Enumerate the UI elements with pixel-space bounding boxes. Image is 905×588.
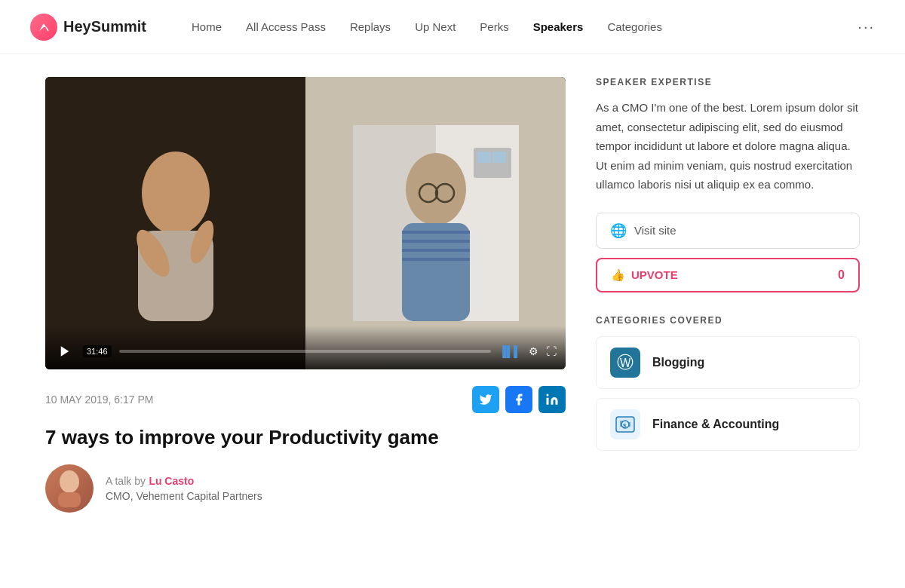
- category-card-finance[interactable]: $ Finance & Accounting: [596, 398, 860, 451]
- meta-row: 10 MAY 2019, 6:17 PM: [45, 386, 566, 413]
- share-facebook-button[interactable]: [505, 386, 532, 413]
- nav-perks[interactable]: Perks: [480, 20, 508, 33]
- logo-text: HeySummit: [63, 18, 146, 35]
- video-progress-bar[interactable]: [119, 350, 492, 353]
- svg-rect-8: [477, 152, 491, 163]
- upvote-count: 0: [838, 268, 845, 282]
- share-linkedin-button[interactable]: [538, 386, 566, 413]
- svg-rect-12: [402, 231, 470, 234]
- speaker-role: CMO, Vehement Capital Partners: [106, 490, 262, 502]
- svg-rect-9: [492, 152, 506, 163]
- nav-replays[interactable]: Replays: [350, 20, 391, 33]
- play-button[interactable]: [54, 341, 75, 362]
- expertise-section-title: SPEAKER EXPERTISE: [596, 77, 860, 87]
- expertise-description: As a CMO I'm one of the best. Lorem ipsu…: [596, 98, 860, 194]
- main-container: 31:46 ▐▌▌ ⚙ ⛶ 10 MAY 2019, 6:17 PM: [15, 54, 890, 535]
- svg-point-21: [60, 470, 79, 493]
- left-column: 31:46 ▐▌▌ ⚙ ⛶ 10 MAY 2019, 6:17 PM: [45, 77, 566, 513]
- settings-icon[interactable]: ⚙: [529, 345, 538, 357]
- upvote-button[interactable]: 👍 UPVOTE 0: [596, 258, 860, 292]
- thumbs-up-icon: 👍: [611, 268, 625, 282]
- globe-icon: 🌐: [610, 222, 627, 239]
- upvote-left: 👍 UPVOTE: [611, 268, 678, 282]
- talk-title: 7 ways to improve your Productivity game: [45, 425, 566, 451]
- speaker-avatar: [45, 464, 94, 513]
- right-column: SPEAKER EXPERTISE As a CMO I'm one of th…: [596, 77, 860, 513]
- share-twitter-button[interactable]: [472, 386, 499, 413]
- category-finance-name: Finance & Accounting: [652, 418, 779, 431]
- video-timestamp: 31:46: [83, 345, 112, 357]
- nav-home[interactable]: Home: [192, 20, 222, 33]
- talk-date: 10 MAY 2019, 6:17 PM: [45, 394, 153, 406]
- upvote-label: UPVOTE: [631, 268, 678, 281]
- video-controls: 31:46 ▐▌▌ ⚙ ⛶: [45, 326, 566, 369]
- speaker-talk-by-text: A talk by Lu Casto: [106, 474, 262, 488]
- finance-icon: $: [610, 409, 640, 439]
- visit-site-button[interactable]: 🌐 Visit site: [596, 213, 860, 249]
- logo[interactable]: HeySummit: [30, 14, 146, 41]
- social-share-buttons: [472, 386, 566, 413]
- video-player[interactable]: 31:46 ▐▌▌ ⚙ ⛶: [45, 77, 566, 369]
- fullscreen-icon[interactable]: ⛶: [546, 345, 557, 357]
- avatar-placeholder: [45, 464, 94, 513]
- visit-site-label: Visit site: [634, 224, 676, 237]
- speaker-details: A talk by Lu Casto CMO, Vehement Capital…: [106, 474, 262, 502]
- speaker-left-silhouette: [93, 125, 259, 321]
- svg-rect-11: [402, 223, 470, 321]
- nav-up-next[interactable]: Up Next: [415, 20, 456, 33]
- svg-point-1: [142, 152, 210, 234]
- category-blogging-name: Blogging: [652, 356, 704, 369]
- svg-marker-19: [61, 346, 69, 357]
- nav-links: Home All Access Pass Replays Up Next Per…: [192, 20, 857, 33]
- navbar: HeySummit Home All Access Pass Replays U…: [0, 0, 905, 54]
- svg-rect-22: [58, 492, 81, 507]
- wordpress-icon: Ⓦ: [610, 348, 640, 378]
- svg-rect-13: [402, 240, 470, 243]
- nav-categories[interactable]: Categories: [607, 20, 662, 33]
- nav-more-button[interactable]: ···: [857, 18, 875, 35]
- speaker-right-silhouette: [353, 125, 519, 321]
- category-card-blogging[interactable]: Ⓦ Blogging: [596, 336, 860, 389]
- svg-rect-15: [402, 258, 470, 261]
- volume-icon[interactable]: ▐▌▌: [499, 345, 521, 357]
- speaker-info-row: A talk by Lu Casto CMO, Vehement Capital…: [45, 464, 566, 513]
- svg-text:$: $: [623, 422, 627, 429]
- categories-section-title: CATEGORIES COVERED: [596, 315, 860, 326]
- svg-rect-14: [402, 249, 470, 252]
- logo-icon: [30, 14, 57, 41]
- nav-all-access-pass[interactable]: All Access Pass: [246, 20, 326, 33]
- svg-point-20: [547, 394, 549, 397]
- speaker-name-link[interactable]: Lu Casto: [149, 475, 194, 487]
- nav-speakers[interactable]: Speakers: [533, 20, 584, 33]
